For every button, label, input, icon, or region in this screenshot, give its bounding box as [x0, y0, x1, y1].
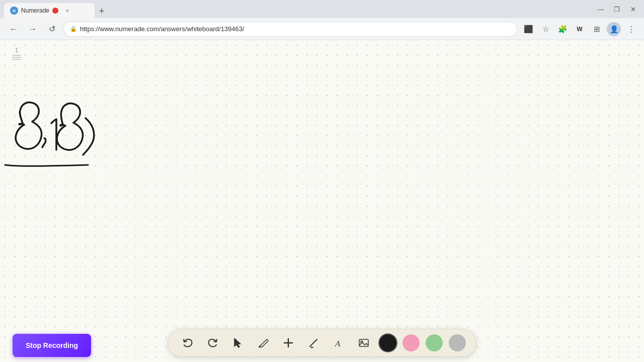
- navigation-bar: ← → ↺ 🔒 https://www.numerade.com/answers…: [0, 18, 644, 40]
- page-dot-2: [12, 57, 21, 58]
- color-black-swatch[interactable]: [379, 334, 396, 351]
- tab-close-button[interactable]: ×: [63, 7, 71, 15]
- page-number: 1: [15, 46, 18, 54]
- forward-button[interactable]: →: [25, 22, 40, 37]
- pen-tool-button[interactable]: [254, 333, 273, 352]
- bottom-toolbar: A: [168, 329, 476, 357]
- browser-tab[interactable]: N Numerade ×: [4, 3, 95, 18]
- undo-button[interactable]: [178, 333, 197, 352]
- bookmark-button[interactable]: ☆: [538, 22, 552, 36]
- page-dot-1: [12, 55, 21, 56]
- svg-point-0: [259, 346, 261, 348]
- refresh-button[interactable]: ↺: [44, 22, 59, 37]
- svg-rect-6: [359, 339, 368, 346]
- title-bar: N Numerade × + — ❐ ✕: [0, 0, 644, 18]
- lock-icon: 🔒: [70, 26, 77, 32]
- extension2-button[interactable]: W: [573, 22, 587, 36]
- new-tab-button[interactable]: +: [95, 4, 109, 18]
- page-dots: [12, 55, 21, 60]
- split-view-button[interactable]: ⊞: [590, 22, 604, 36]
- color-pink-swatch[interactable]: [403, 334, 420, 351]
- browser-frame: N Numerade × + — ❐ ✕ ← → ↺ 🔒 https://www…: [0, 0, 644, 362]
- page-indicator: 1: [12, 46, 21, 60]
- back-button[interactable]: ←: [6, 22, 21, 37]
- tab-bar: N Numerade × +: [4, 0, 109, 18]
- handwriting-svg: [0, 40, 644, 362]
- page-dot-3: [12, 59, 21, 60]
- close-button[interactable]: ✕: [626, 2, 640, 16]
- profile-button[interactable]: 👤: [607, 22, 621, 36]
- svg-line-3: [310, 339, 317, 346]
- window-controls: — ❐ ✕: [594, 2, 640, 16]
- url-text: https://www.numerade.com/answers/whitebo…: [80, 25, 511, 33]
- tab-favicon: N: [10, 7, 18, 15]
- extension1-button[interactable]: 🧩: [555, 22, 570, 36]
- text-tool-button[interactable]: A: [329, 333, 348, 352]
- whiteboard-area[interactable]: 1 Stop Re: [0, 40, 644, 362]
- color-gray-swatch[interactable]: [449, 334, 466, 351]
- address-bar[interactable]: 🔒 https://www.numerade.com/answers/white…: [63, 22, 517, 37]
- highlight-tool-button[interactable]: [304, 333, 323, 352]
- favicon-label: N: [13, 9, 16, 13]
- menu-button[interactable]: ⋮: [624, 22, 638, 36]
- tab-title: Numerade: [21, 7, 49, 14]
- recording-indicator-dot: [52, 8, 58, 14]
- select-tool-button[interactable]: [228, 333, 248, 352]
- add-button[interactable]: [279, 333, 298, 352]
- image-tool-button[interactable]: [354, 333, 373, 352]
- svg-text:A: A: [335, 339, 341, 348]
- nav-actions: ⬛ ☆ 🧩 W ⊞ 👤 ⋮: [521, 22, 638, 36]
- extensions-button[interactable]: ⬛: [521, 22, 535, 36]
- stop-recording-button[interactable]: Stop Recording: [13, 334, 91, 357]
- color-green-swatch[interactable]: [426, 334, 443, 351]
- minimize-button[interactable]: —: [594, 2, 608, 16]
- redo-button[interactable]: [203, 333, 222, 352]
- maximize-button[interactable]: ❐: [610, 2, 624, 16]
